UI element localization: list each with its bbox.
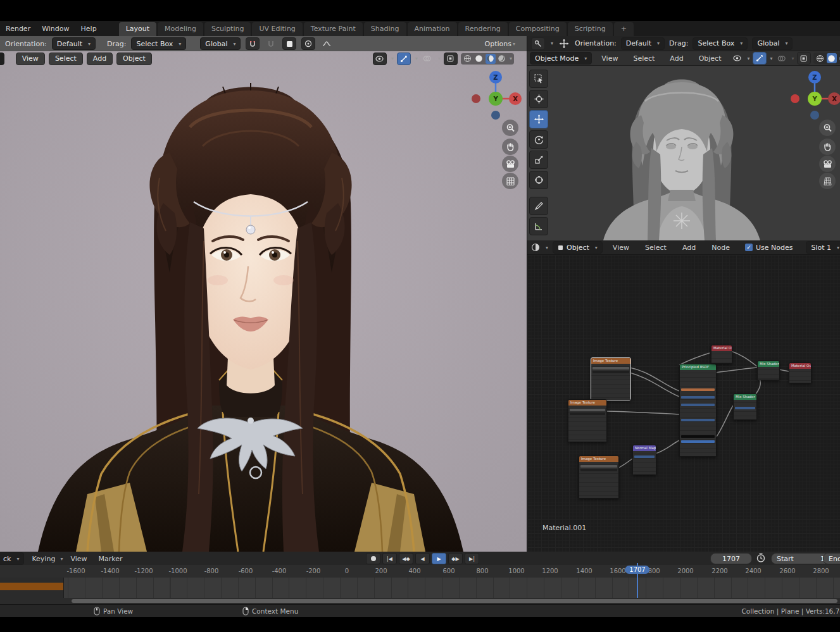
add-menu[interactable]: Add bbox=[87, 53, 113, 65]
scale-tool[interactable] bbox=[529, 151, 548, 169]
node-image-texture-1[interactable]: Image Texture bbox=[591, 357, 631, 400]
node-principled-bsdf[interactable]: Principled BSDF bbox=[679, 364, 717, 457]
keying-dropdown[interactable]: Keying▾ bbox=[28, 555, 63, 563]
measure-tool[interactable] bbox=[529, 217, 548, 235]
xray-toggle-icon[interactable] bbox=[797, 52, 811, 65]
options-dropdown[interactable]: Options▾ bbox=[485, 40, 515, 48]
camera-view-icon[interactable] bbox=[502, 156, 518, 172]
xray-toggle-icon[interactable] bbox=[444, 53, 458, 65]
editor-type-icon[interactable] bbox=[531, 242, 540, 253]
wireframe-shading-icon[interactable] bbox=[815, 53, 825, 63]
solid-shading-icon[interactable] bbox=[474, 54, 484, 64]
proportional-editing-icon[interactable] bbox=[301, 37, 315, 50]
node-image-texture-2[interactable]: Image Texture bbox=[568, 399, 607, 442]
node-material-output-1[interactable]: Material Output bbox=[711, 345, 732, 364]
transform-tool[interactable] bbox=[529, 171, 548, 189]
frame-end-field[interactable]: End bbox=[823, 553, 840, 564]
zoom-viewport-icon[interactable] bbox=[502, 120, 518, 136]
rotate-tool[interactable] bbox=[529, 130, 548, 149]
node-material-output-2[interactable]: Material Output bbox=[789, 362, 812, 383]
prev-keyframe-button[interactable]: ◀◆ bbox=[399, 553, 413, 564]
view-menu[interactable]: View bbox=[607, 244, 635, 252]
right-viewport-axis-gizmo[interactable]: Z Y X bbox=[787, 68, 840, 121]
object-menu[interactable]: Object bbox=[116, 53, 152, 65]
auto-keying-button[interactable] bbox=[366, 553, 380, 564]
node-menu[interactable]: Node bbox=[706, 244, 736, 252]
select-menu[interactable]: Select bbox=[639, 244, 672, 252]
timeline-ruler[interactable]: -1600 -1400 -1200 -1000 -800 -600 -400 -… bbox=[0, 565, 840, 578]
overlays-toggle-icon[interactable] bbox=[775, 53, 788, 64]
add-menu[interactable]: Add bbox=[664, 54, 689, 63]
add-workspace-tab[interactable]: + bbox=[614, 22, 634, 36]
drag-dropdown[interactable]: Select Box bbox=[131, 37, 186, 50]
snap-icon[interactable] bbox=[246, 37, 260, 50]
rendered-shading-icon[interactable] bbox=[497, 54, 507, 64]
left-viewport-axis-gizmo[interactable]: Z Y X bbox=[468, 68, 523, 121]
secondary-3d-viewport[interactable]: ▾ Orientation: Default Drag: Select Box … bbox=[527, 36, 840, 240]
select-menu[interactable]: Select bbox=[49, 53, 83, 65]
timeline-tracks[interactable] bbox=[0, 578, 840, 598]
view-menu[interactable]: View bbox=[66, 555, 91, 563]
tab-layout[interactable]: Layout bbox=[119, 22, 156, 36]
show-object-types-icon[interactable] bbox=[730, 53, 743, 64]
timeline-channel-box[interactable] bbox=[0, 578, 64, 598]
add-menu[interactable]: Add bbox=[677, 244, 701, 252]
pan-viewport-icon[interactable] bbox=[502, 139, 518, 155]
zoom-viewport-icon[interactable] bbox=[819, 120, 836, 136]
menu-render[interactable]: Render bbox=[0, 25, 36, 33]
orientation-dropdown[interactable]: Default bbox=[52, 37, 96, 50]
material-preview-shading-icon[interactable] bbox=[838, 53, 840, 63]
perspective-toggle-icon[interactable] bbox=[819, 173, 836, 189]
next-keyframe-button[interactable]: ◆▶ bbox=[448, 553, 463, 564]
node-normal-map[interactable]: Normal Map bbox=[632, 445, 656, 475]
tab-scripting[interactable]: Scripting bbox=[568, 22, 613, 36]
timeline-scrollbar[interactable] bbox=[72, 599, 837, 603]
show-object-types-icon[interactable] bbox=[373, 53, 387, 65]
proportional-swatch-icon[interactable] bbox=[282, 37, 296, 50]
tab-modeling[interactable]: Modeling bbox=[158, 22, 203, 36]
material-preview-shading-icon[interactable] bbox=[486, 54, 496, 64]
timeline[interactable]: ck Keying▾ View Marker |◀ ◀◆ ◀ ▶ ◆▶ ▶| 1… bbox=[0, 552, 840, 604]
tab-shading[interactable]: Shading bbox=[364, 22, 406, 36]
wireframe-shading-icon[interactable] bbox=[463, 54, 473, 64]
solid-shading-icon[interactable] bbox=[827, 53, 837, 63]
play-reverse-button[interactable]: ◀ bbox=[415, 553, 430, 564]
overlays-toggle-icon[interactable] bbox=[421, 53, 434, 65]
pan-viewport-icon[interactable] bbox=[819, 139, 836, 155]
frame-start-field[interactable]: Start1 bbox=[771, 553, 831, 564]
drag-dropdown[interactable]: Select Box bbox=[693, 37, 748, 50]
use-nodes-toggle[interactable]: ✓ Use Nodes bbox=[745, 244, 793, 252]
gizmos-toggle-icon[interactable] bbox=[753, 52, 767, 65]
play-button[interactable]: ▶ bbox=[432, 553, 446, 564]
camera-view-icon[interactable] bbox=[819, 156, 836, 172]
shader-type-dropdown[interactable]: Object bbox=[553, 241, 603, 254]
gizmos-toggle-icon[interactable] bbox=[397, 53, 411, 65]
transform-orientation-dropdown[interactable]: Global bbox=[752, 37, 793, 50]
falloff-curve-icon[interactable] bbox=[320, 38, 333, 49]
active-tool-icon[interactable] bbox=[531, 37, 545, 50]
menu-window[interactable]: Window bbox=[36, 25, 75, 33]
shader-editor[interactable]: ▾ Object View Select Add Node ✓ Use Node… bbox=[527, 240, 840, 552]
move-tool[interactable] bbox=[529, 110, 548, 128]
jump-to-start-button[interactable]: |◀ bbox=[382, 553, 397, 564]
playback-dropdown-clipped[interactable]: ck bbox=[0, 552, 24, 565]
mode-dropdown-clipped[interactable]: de bbox=[0, 53, 4, 65]
transform-orientation-dropdown[interactable]: Global bbox=[200, 37, 241, 50]
perspective-toggle-icon[interactable] bbox=[502, 173, 518, 189]
tab-uv-editing[interactable]: UV Editing bbox=[252, 22, 302, 36]
node-canvas[interactable]: Image Texture Image Texture Image Textur… bbox=[527, 255, 840, 552]
current-frame-badge[interactable]: 1707 bbox=[625, 566, 649, 574]
use-preview-range-icon[interactable] bbox=[756, 553, 766, 563]
jump-to-end-button[interactable]: ▶| bbox=[465, 553, 479, 564]
tab-compositing[interactable]: Compositing bbox=[509, 22, 567, 36]
current-frame-field[interactable]: 1707 bbox=[710, 553, 752, 564]
view-menu[interactable]: View bbox=[16, 53, 45, 65]
orientation-dropdown[interactable]: Default bbox=[621, 37, 665, 50]
tab-sculpting[interactable]: Sculpting bbox=[204, 22, 251, 36]
slot-dropdown[interactable]: Slot 1 bbox=[806, 241, 840, 254]
node-image-texture-3[interactable]: Image Texture bbox=[579, 455, 619, 499]
view-menu[interactable]: View bbox=[596, 54, 624, 63]
menu-help[interactable]: Help bbox=[75, 25, 103, 33]
cursor-tool[interactable] bbox=[529, 90, 548, 108]
node-mix-shader-1[interactable]: Mix Shader bbox=[757, 361, 780, 380]
